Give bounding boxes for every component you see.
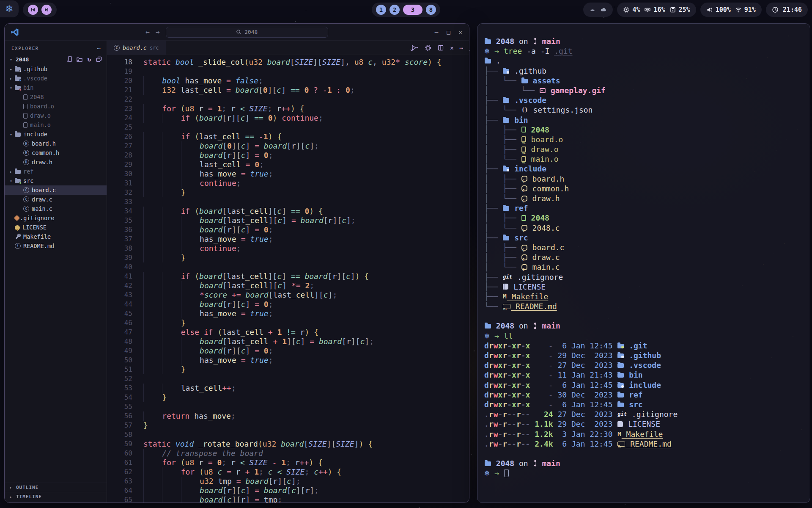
weather-wind-icon [589, 6, 596, 13]
explorer-item-main.o[interactable]: main.o [5, 120, 107, 130]
terminal-text: bin [624, 370, 642, 380]
system-stats[interactable]: 4% 16% 25% [617, 3, 696, 17]
file-label: ref [23, 168, 33, 175]
terminal-line: ❄ → ll [484, 331, 806, 341]
code-line: 42 board[last_cell][c] *= 2; [107, 281, 469, 290]
line-number: 40 [107, 262, 132, 272]
code-text: board[last_cell][c] *= 2; [132, 281, 314, 290]
media-prev-button[interactable] [28, 5, 38, 15]
terminal-text: - [530, 400, 553, 409]
bin-folder-icon [15, 86, 21, 90]
explorer-item-.vscode[interactable]: ▸.vscode [5, 74, 107, 83]
explorer-item-include[interactable]: ▾include [5, 130, 107, 139]
refresh-icon[interactable]: ↻ [86, 56, 93, 63]
terminal-text: 2048 [527, 125, 549, 135]
clock-icon [772, 6, 779, 13]
explorer-item-bin[interactable]: ▾bin [5, 83, 107, 92]
clock-widget[interactable]: 21:46 [766, 3, 808, 17]
terminal-window[interactable]: 2048 on main❄ → tree -a -I .git .├── .gi… [477, 23, 810, 503]
code-text [132, 95, 143, 104]
nix-menu-button[interactable]: ❄ [0, 0, 19, 17]
close-icon[interactable]: ✕ [459, 29, 462, 36]
code-text: continue; [132, 179, 241, 188]
code-text: board[last_cell + 1][c] = board[r][c]; [132, 337, 374, 346]
code-line: 27 board[0][c] = board[r][c]; [107, 141, 469, 151]
terminal-text: 6 Jan 12:45 [553, 400, 617, 409]
c-file-icon: C [23, 187, 29, 193]
run-task-button[interactable] [410, 44, 419, 51]
license-icon [15, 225, 20, 230]
collapse-folders-icon[interactable] [96, 56, 102, 63]
new-folder-icon[interactable] [76, 56, 83, 63]
code-text: if (last_cell == -1) { [132, 132, 282, 141]
file-label: 2048 [30, 94, 44, 100]
workspace-2[interactable]: 2 [390, 5, 400, 15]
tab-board-c[interactable]: C board.c src [107, 41, 166, 55]
section-timeline[interactable]: ▸TIMELINE [5, 492, 107, 501]
executable-file-icon [521, 127, 526, 133]
explorer-item-LICENSE[interactable]: LICENSE [5, 223, 107, 232]
code-text: if (board[last_cell][c] == board[r][c]) … [132, 272, 369, 281]
new-file-icon[interactable] [66, 56, 73, 63]
editor-titlebar[interactable]: ← → 2048 ─ □ ✕ [5, 24, 469, 41]
workspace-1[interactable]: 1 [376, 5, 386, 15]
more-actions-icon[interactable]: ⋯ [460, 44, 463, 51]
line-number: 61 [107, 458, 132, 467]
explorer-item-README.md[interactable]: iREADME.md [5, 241, 107, 251]
workspace-8[interactable]: 8 [426, 5, 436, 15]
media-next-button[interactable] [41, 5, 52, 15]
minimize-icon[interactable]: ─ [435, 29, 438, 36]
split-editor-icon[interactable] [437, 44, 444, 51]
command-search-box[interactable]: 2048 [166, 27, 328, 38]
section-outline[interactable]: ▸OUTLINE [5, 483, 107, 492]
explorer-item-Makefile[interactable]: Makefile [5, 232, 107, 241]
navigate-forward-icon[interactable]: → [156, 28, 160, 36]
folder-icon [485, 458, 491, 468]
explorer-item-src[interactable]: ▾src [5, 176, 107, 185]
workspace-3-active[interactable]: 3 [403, 5, 422, 15]
disk-value: 25% [679, 6, 690, 14]
close-editor-icon[interactable]: ✕ [450, 44, 453, 51]
code-area[interactable]: 18static bool _slide_col(u32 board[SIZE]… [107, 55, 469, 503]
code-line: 25 [107, 123, 469, 132]
explorer-item-board.h[interactable]: Hboard.h [5, 139, 107, 148]
explorer-root-folder[interactable]: ▾ 2048 ↻ [5, 54, 107, 64]
weather-widget[interactable] [583, 3, 613, 17]
code-line: 18static bool _slide_col(u32 board[SIZE]… [107, 58, 469, 67]
terminal-line: drwxr-xr-x - 27 Dec 2023 .vscode [484, 360, 806, 370]
explorer-item-.github[interactable]: ▸.github [5, 64, 107, 74]
explorer-item-.gitignore[interactable]: .gitignore [5, 213, 107, 223]
explorer-item-common.h[interactable]: Hcommon.h [5, 148, 107, 157]
code-text: if (board[r][c] == 0) continue; [132, 113, 323, 123]
explorer-item-board.c[interactable]: Cboard.c [5, 185, 107, 195]
settings-gear-icon[interactable] [425, 44, 431, 51]
terminal-text: board.c [528, 243, 565, 252]
code-text: } [132, 393, 167, 402]
explorer-item-draw.o[interactable]: draw.o [5, 111, 107, 120]
code-text: // transpose the board [132, 449, 263, 458]
license-book-icon [503, 284, 508, 290]
audio-network[interactable]: 100% 91% [700, 3, 762, 17]
line-number: 47 [107, 328, 132, 337]
code-line: 51 } [107, 365, 469, 374]
permissions: drwxr-xr-x [484, 351, 530, 360]
explorer-more-icon[interactable]: ⋯ [97, 45, 101, 52]
terminal-text: 6 Jan 12:45 [553, 380, 617, 390]
explorer-item-board.o[interactable]: board.o [5, 102, 107, 111]
explorer-item-draw.c[interactable]: Cdraw.c [5, 195, 107, 204]
wifi-value: 91% [744, 6, 756, 14]
object-file-icon [521, 136, 526, 142]
src-folder-icon [15, 179, 21, 183]
code-line: 58 [107, 430, 469, 439]
code-line: 19 [107, 67, 469, 76]
git-branch-icon [533, 323, 537, 329]
explorer-item-main.c[interactable]: Cmain.c [5, 204, 107, 213]
code-editor[interactable]: C board.c src ✕ ⋯ 18static bool _slide_c… [107, 41, 469, 503]
git-icon: git [617, 409, 627, 419]
cloud-icon [600, 6, 607, 13]
explorer-item-draw.h[interactable]: Hdraw.h [5, 157, 107, 167]
maximize-icon[interactable]: □ [447, 29, 450, 36]
explorer-item-ref[interactable]: ▸ref [5, 167, 107, 176]
navigate-back-icon[interactable]: ← [145, 28, 150, 36]
explorer-item-2048[interactable]: 2048 [5, 92, 107, 102]
